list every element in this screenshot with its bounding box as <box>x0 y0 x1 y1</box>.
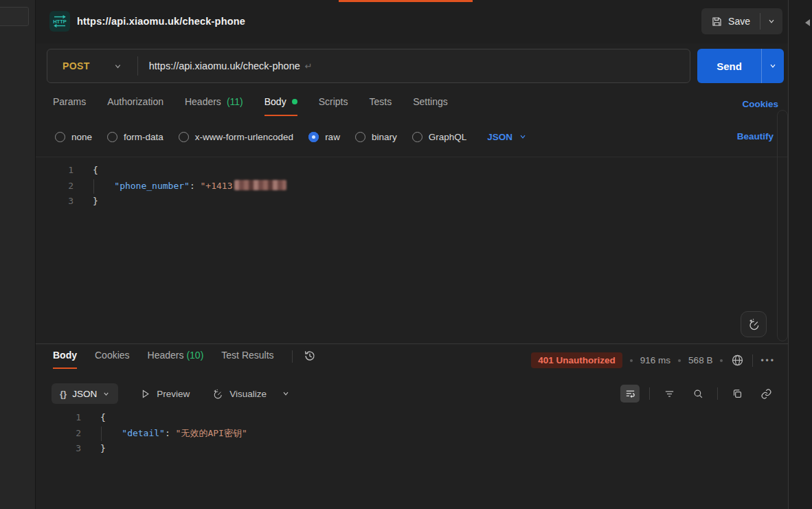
braces-icon: {} <box>60 389 67 399</box>
raw-format-select[interactable]: JSON <box>487 132 527 142</box>
radio-graphql[interactable]: GraphQL <box>412 132 467 142</box>
tab-settings[interactable]: Settings <box>413 96 448 115</box>
indent-guide <box>101 427 102 441</box>
visualize-expand-button[interactable] <box>282 389 290 398</box>
radio-selected-icon <box>308 132 319 142</box>
dot-separator <box>678 359 681 362</box>
radio-icon <box>179 132 189 142</box>
radio-none[interactable]: none <box>55 132 92 142</box>
postbot-sparkle-icon <box>747 317 760 331</box>
play-preview-icon <box>140 389 150 399</box>
chevron-down-icon <box>102 390 110 398</box>
url-input[interactable]: https://api.xiaomu.uk/check-phone ↵ <box>138 60 690 71</box>
tab-params[interactable]: Params <box>53 96 86 115</box>
preview-button[interactable]: Preview <box>140 389 190 399</box>
response-toolbar: {} JSON Preview <box>52 383 776 405</box>
status-badge[interactable]: 401 Unauthorized <box>531 352 622 368</box>
json-value: "无效的API密钥" <box>176 428 247 438</box>
save-button[interactable]: Save <box>701 8 760 34</box>
dot-separator <box>720 359 723 362</box>
request-body-editor[interactable]: 1 { 2 "phone_number": "+1413 3 } <box>36 157 788 343</box>
visualize-button[interactable]: Visualize <box>212 388 267 400</box>
more-menu-icon[interactable]: ••• <box>760 356 776 365</box>
line-number: 2 <box>36 179 74 194</box>
radio-raw[interactable]: raw <box>308 132 340 142</box>
code-line: 1 { <box>36 410 788 426</box>
dot-separator <box>630 359 633 362</box>
redacted-phone-value <box>234 180 286 190</box>
divider <box>292 350 293 363</box>
send-options-button[interactable] <box>761 49 784 83</box>
response-tab-cookies[interactable]: Cookies <box>95 350 130 367</box>
json-key: "detail" <box>122 428 165 438</box>
response-meta: 401 Unauthorized 916 ms 568 B ••• <box>531 352 776 368</box>
response-size[interactable]: 568 B <box>688 355 712 365</box>
wrap-text-icon[interactable] <box>620 385 640 403</box>
radio-x-www-form-urlencoded[interactable]: x-www-form-urlencoded <box>179 132 293 142</box>
collapse-arrow-icon[interactable] <box>805 19 810 26</box>
save-floppy-icon <box>711 16 723 27</box>
active-tab-top-indicator <box>339 0 473 2</box>
tab-body[interactable]: Body <box>264 96 297 116</box>
radio-binary[interactable]: binary <box>355 132 397 142</box>
response-tab-test-results[interactable]: Test Results <box>221 350 273 367</box>
json-value-visible: "+1413 <box>201 181 233 191</box>
headers-count: (11) <box>227 96 243 107</box>
editor-scrollbar-track[interactable] <box>777 110 788 341</box>
raw-format-value: JSON <box>487 132 512 142</box>
response-tab-headers[interactable]: Headers (10) <box>148 350 204 367</box>
response-tab-body[interactable]: Body <box>53 350 77 369</box>
filter-icon[interactable] <box>659 385 679 403</box>
code-line: 1 { <box>36 163 788 179</box>
save-button-group: Save <box>701 8 782 34</box>
tab-scripts[interactable]: Scripts <box>319 96 348 115</box>
http-badge-icon: HTTP <box>49 11 70 32</box>
cookies-link[interactable]: Cookies <box>742 99 778 109</box>
chevron-down-icon <box>282 389 290 398</box>
chevron-down-icon <box>113 62 122 71</box>
method-selector[interactable]: POST <box>47 49 137 82</box>
line-number: 3 <box>36 194 74 210</box>
response-time[interactable]: 916 ms <box>640 355 670 365</box>
tab-tests[interactable]: Tests <box>369 96 392 115</box>
chevron-down-icon <box>519 133 527 141</box>
line-number: 1 <box>36 410 81 426</box>
main-panel: HTTP https://api.xiaomu.uk/check-phone S… <box>36 0 788 509</box>
left-sidebar-rail <box>0 0 36 509</box>
search-icon[interactable] <box>688 385 708 403</box>
radio-icon <box>355 132 365 142</box>
url-value: https://api.xiaomu.uk/check-phone <box>149 60 300 71</box>
response-format-value: JSON <box>72 389 97 399</box>
code-line: 2 "detail": "无效的API密钥" <box>36 426 788 442</box>
response-headers-count: (10) <box>186 350 203 361</box>
link-icon[interactable] <box>756 385 776 403</box>
request-title: https://api.xiaomu.uk/check-phone <box>77 16 245 27</box>
code-line: 2 "phone_number": "+1413 <box>36 179 788 194</box>
send-button-group: Send <box>697 49 784 83</box>
sidebar-partial-tab[interactable] <box>0 7 29 26</box>
response-tabs: Body Cookies Headers (10) Test Results <box>53 350 317 369</box>
save-options-button[interactable] <box>760 8 782 34</box>
history-icon[interactable] <box>302 348 317 363</box>
send-button[interactable]: Send <box>697 49 761 83</box>
beautify-link[interactable]: Beautify <box>737 131 774 142</box>
response-body-editor[interactable]: 1 { 2 "detail": "无效的API密钥" 3 } <box>36 410 788 457</box>
method-label: POST <box>63 60 90 71</box>
globe-icon[interactable] <box>730 353 745 367</box>
radio-form-data[interactable]: form-data <box>107 132 163 142</box>
response-toolbar-icons <box>620 385 776 403</box>
tab-authorization[interactable]: Authorization <box>107 96 163 115</box>
line-number: 2 <box>36 426 81 442</box>
postbot-button[interactable] <box>741 311 767 337</box>
request-header: HTTP https://api.xiaomu.uk/check-phone S… <box>36 0 788 43</box>
return-icon: ↵ <box>305 61 313 71</box>
copy-icon[interactable] <box>728 385 747 403</box>
divider <box>717 387 718 400</box>
response-format-select[interactable]: {} JSON <box>52 383 118 404</box>
response-panel: Body Cookies Headers (10) Test Results 4… <box>36 343 788 509</box>
body-type-bar: none form-data x-www-form-urlencoded raw… <box>36 124 788 150</box>
url-input-container: POST https://api.xiaomu.uk/check-phone ↵ <box>47 49 690 83</box>
chevron-down-icon <box>769 62 777 70</box>
code-line: 3 } <box>36 194 788 210</box>
tab-headers[interactable]: Headers(11) <box>185 96 243 115</box>
